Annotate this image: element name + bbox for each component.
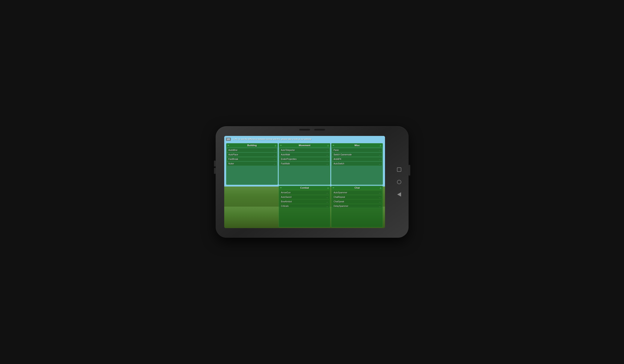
movement-panel-header: ✏ Movement △ [279, 143, 330, 148]
misc-panel-icon: ✏ [333, 144, 334, 146]
panic-dots: ... [379, 149, 381, 151]
nuker-dots: ... [274, 163, 275, 165]
criticals-dots: ... [326, 205, 328, 207]
autosword-item[interactable]: AutoSword ... [280, 195, 330, 199]
combat-panel-arrow: △ [327, 187, 329, 189]
enderprojectiles-label: EnderProjectiles [281, 158, 297, 160]
misc-panel-items: Panic ... Switch Gamemode ... AntiAFK ..… [331, 148, 383, 166]
volume-down-button[interactable] [214, 168, 216, 174]
chat-panel-items: AutoSpammer ... ChatRepeat ... ChatSpeak… [331, 190, 383, 209]
top-bar-message: s. PS: to see the difference between nor… [233, 138, 311, 140]
phone-notch [299, 129, 325, 130]
autoplace-label: AutoPlace [229, 154, 238, 156]
chatspeak-dots: ... [379, 201, 381, 203]
game-screen: UX s. PS: to see the difference between … [224, 136, 385, 228]
android-nav-buttons [396, 167, 402, 197]
autospammer-item[interactable]: AutoSpammer ... [332, 191, 382, 195]
power-button[interactable] [409, 165, 410, 176]
nav-back-button[interactable] [396, 191, 402, 197]
building-panel-arrow: △ [275, 144, 276, 146]
chat-panel-arrow: △ [380, 187, 381, 189]
nuker-item[interactable]: Nuker ... [227, 162, 277, 166]
building-panel-items: AutoMine ... AutoPlace ... FastBreak ...… [226, 148, 278, 166]
misc-panel: ✏ Misc △ Panic ... Switch Gamemode ... A… [331, 143, 383, 185]
autoteleporter-label: AutoTeleporter [281, 149, 295, 151]
arrowgun-label: ArrowGun [281, 191, 291, 194]
combat-panel-items: ArrowGun ... AutoSword ... BowAimbot ...… [279, 190, 330, 209]
bowaimbot-dots: ... [326, 201, 328, 203]
combat-panel-title: Combat [282, 186, 327, 189]
criticals-item[interactable]: Criticals ... [280, 204, 330, 208]
antiafk-item[interactable]: AntiAFK ... [332, 157, 382, 161]
switchgamemode-dots: ... [379, 154, 381, 156]
combat-panel-header: ✏ Combat △ [279, 186, 330, 190]
arrowgun-item[interactable]: ArrowGun ... [280, 191, 330, 195]
criticals-label: Criticals [281, 205, 289, 207]
notch-piece-left [299, 129, 310, 130]
autoswitch-item[interactable]: AutoSwitch ... [332, 162, 382, 166]
movement-panel-title: Movement [282, 144, 327, 147]
vx-logo: UX [226, 138, 231, 141]
top-info-bar: UX s. PS: to see the difference between … [224, 136, 385, 142]
fastwalk-item[interactable]: FastWalk ... [280, 162, 330, 166]
fastbreak-dots: ... [274, 158, 275, 160]
movement-panel-arrow: △ [327, 144, 329, 146]
movement-panel-icon: ✏ [280, 144, 282, 146]
delayspammer-dots: ... [379, 205, 381, 207]
enderprojectiles-item[interactable]: EnderProjectiles ... [280, 157, 330, 161]
automine-label: AutoMine [229, 149, 237, 151]
building-panel-icon: ✏ [228, 144, 229, 146]
autoteleporter-item[interactable]: AutoTeleporter ... [280, 148, 330, 152]
fastwalk-dots: ... [326, 163, 328, 165]
chat-panel: ✏ Chat △ AutoSpammer ... ChatRepeat ... … [331, 186, 383, 227]
volume-up-button[interactable] [214, 160, 216, 167]
bowaimbot-item[interactable]: BowAimbot ... [280, 200, 330, 204]
volume-buttons[interactable] [214, 160, 216, 174]
nav-circle-button[interactable] [396, 179, 402, 185]
panic-label: Panic [334, 149, 339, 151]
square-icon [397, 167, 401, 172]
chatspeak-label: ChatSpeak [334, 200, 344, 203]
chat-panel-header: ✏ Chat △ [331, 186, 383, 190]
chatspeak-item[interactable]: ChatSpeak ... [332, 200, 382, 204]
autoplace-dots: ... [274, 154, 275, 156]
combat-panel-icon: ✏ [280, 187, 282, 189]
autosword-label: AutoSword [281, 196, 291, 198]
chat-panel-title: Chat [334, 186, 380, 189]
nuker-label: Nuker [229, 162, 234, 165]
building-panel: ✏ Building △ AutoMine ... AutoPlace ... … [226, 143, 278, 185]
building-panel-header: ✏ Building △ [226, 143, 278, 148]
autowalk-dots: ... [326, 154, 328, 156]
autoswitch-label: AutoSwitch [334, 162, 344, 165]
notch-piece-right [314, 129, 325, 130]
autoplace-item[interactable]: AutoPlace ... [227, 153, 277, 157]
antiafk-dots: ... [379, 158, 381, 160]
game-visible-area [226, 186, 278, 227]
delayspammer-label: DelaySpammer [334, 205, 348, 207]
misc-panel-header: ✏ Misc △ [331, 143, 383, 148]
switchgamemode-label: Switch Gamemode [334, 154, 352, 156]
building-panel-title: Building [229, 144, 275, 147]
switchgamemode-item[interactable]: Switch Gamemode ... [332, 153, 382, 157]
menu-overlay: ✏ Building △ AutoMine ... AutoPlace ... … [225, 142, 384, 228]
movement-panel-items: AutoTeleporter ... AutoWalk ... EnderPro… [279, 148, 330, 166]
movement-panel: ✏ Movement △ AutoTeleporter ... AutoWalk… [279, 143, 330, 185]
combat-panel: ✏ Combat △ ArrowGun ... AutoSword ... Bo… [279, 186, 330, 227]
chatrepeat-dots: ... [379, 196, 381, 198]
nav-square-button[interactable] [396, 167, 402, 173]
phone-device: UX s. PS: to see the difference between … [216, 126, 409, 238]
chat-panel-icon: ✏ [333, 187, 334, 189]
chatrepeat-item[interactable]: ChatRepeat ... [332, 195, 382, 199]
chatrepeat-label: ChatRepeat [334, 196, 345, 198]
autospammer-dots: ... [379, 192, 381, 194]
autosword-dots: ... [326, 196, 328, 198]
autowalk-item[interactable]: AutoWalk ... [280, 153, 330, 157]
panic-item[interactable]: Panic ... [332, 148, 382, 152]
autoswitch-dots: ... [379, 163, 381, 165]
automine-item[interactable]: AutoMine ... [227, 148, 277, 152]
enderprojectiles-dots: ... [326, 158, 328, 160]
delayspammer-item[interactable]: DelaySpammer ... [332, 204, 382, 208]
automine-dots: ... [274, 149, 275, 151]
fastbreak-item[interactable]: FastBreak ... [227, 157, 277, 161]
fastwalk-label: FastWalk [281, 162, 290, 165]
